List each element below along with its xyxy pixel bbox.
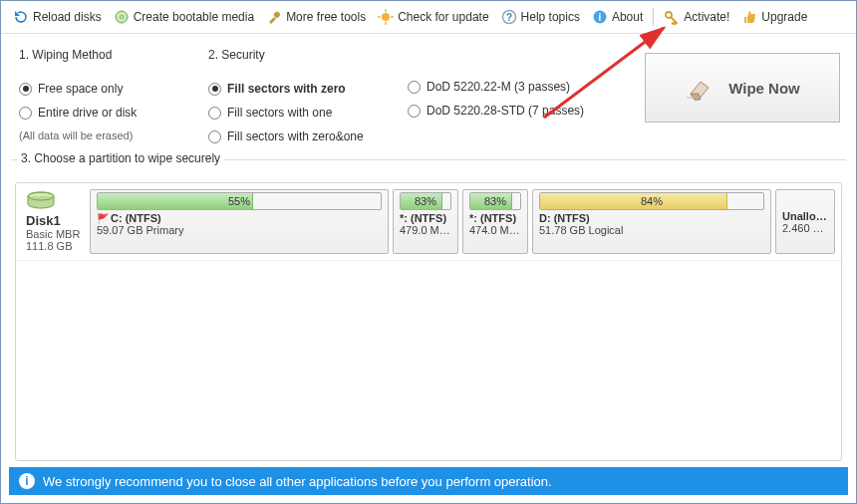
choose-partition-section: 3. Choose a partition to wipe securely (11, 159, 846, 178)
disk-row: Disk1 Basic MBR 111.8 GB 55%🚩C: (NTFS)59… (16, 183, 841, 261)
radio-icon (19, 107, 32, 120)
flag-icon: 🚩 (97, 213, 109, 224)
more-tools-button[interactable]: More free tools (262, 7, 370, 27)
radio-icon (208, 107, 221, 120)
radio-fill-zero[interactable]: Fill sectors with zero (208, 82, 398, 96)
wiping-note: (All data will be erased) (19, 129, 198, 141)
partition[interactable]: 83%*: (NTFS)474.0 MB P. (462, 189, 528, 254)
disk-size: 111.8 GB (26, 240, 82, 252)
toolbar-label: About (612, 10, 643, 24)
toolbar-label: More free tools (286, 10, 366, 24)
toolbar-separator (653, 8, 654, 26)
radio-dod-m[interactable]: DoD 5220.22-M (3 passes) (408, 80, 607, 94)
partition-subtitle: 51.78 GB Logical (539, 224, 764, 236)
radio-fill-zero-one[interactable]: Fill sectors with zero&one (208, 129, 398, 143)
radio-label: Fill sectors with zero (227, 82, 346, 96)
toolbar-label: Create bootable media (134, 10, 254, 24)
section-security-title: 2. Security (208, 48, 398, 62)
usage-bar: 83% (469, 192, 521, 210)
info-circle-icon: i (19, 473, 35, 489)
svg-point-2 (382, 13, 390, 21)
partition-subtitle: 474.0 MB P. (469, 224, 521, 236)
radio-icon (408, 105, 421, 118)
radio-label: DoD 5220.22-M (3 passes) (427, 80, 570, 94)
partition-title: Unalloca.. (782, 210, 828, 222)
key-icon (664, 9, 680, 25)
radio-icon (208, 83, 221, 96)
partition[interactable]: Unalloca..2.460 MB (775, 189, 835, 254)
partition-title: D: (NTFS) (539, 212, 764, 224)
disc-icon (114, 9, 130, 25)
help-icon: ? (501, 9, 517, 25)
radio-label: Free space only (38, 82, 123, 96)
check-update-button[interactable]: Check for update (374, 7, 492, 27)
partition[interactable]: 55%🚩C: (NTFS)59.07 GB Primary (90, 189, 389, 254)
partition[interactable]: 84%D: (NTFS)51.78 GB Logical (532, 189, 771, 254)
radio-icon (208, 130, 221, 143)
radio-icon (408, 81, 421, 94)
upgrade-button[interactable]: Upgrade (737, 7, 811, 27)
thumbs-up-icon (741, 9, 757, 25)
toolbar-label: Help topics (521, 10, 580, 24)
svg-point-1 (120, 16, 123, 19)
about-button[interactable]: i About (588, 7, 647, 27)
usage-percent: 84% (540, 193, 763, 209)
toolbar-label: Upgrade (761, 10, 807, 24)
help-button[interactable]: ? Help topics (497, 7, 584, 27)
usage-percent: 83% (401, 193, 450, 209)
toolbar-label: Check for update (398, 10, 488, 24)
partition[interactable]: 83%*: (NTFS)479.0 MB P. (393, 189, 458, 254)
radio-label: Fill sectors with zero&one (227, 129, 364, 143)
eraser-icon (685, 74, 714, 102)
radio-label: DoD 5220.28-STD (7 passes) (427, 104, 584, 118)
section-wiping-title: 1. Wiping Method (19, 48, 198, 62)
disk-type: Basic MBR (26, 228, 82, 240)
wipe-now-button[interactable]: Wipe Now (645, 53, 840, 123)
svg-text:i: i (599, 12, 602, 23)
reload-disks-button[interactable]: Reload disks (9, 7, 106, 27)
sun-icon (378, 9, 394, 25)
radio-free-space-only[interactable]: Free space only (19, 82, 198, 96)
radio-entire-drive[interactable]: Entire drive or disk (19, 106, 198, 120)
info-icon: i (592, 9, 608, 25)
radio-fill-one[interactable]: Fill sectors with one (208, 106, 398, 120)
toolbar-label: Activate! (684, 10, 729, 24)
recommendation-text: We strongly recommend you to close all o… (43, 474, 552, 489)
usage-bar: 83% (400, 192, 451, 210)
partition-title: 🚩C: (NTFS) (97, 212, 382, 224)
disk-name: Disk1 (26, 213, 82, 228)
radio-dod-std[interactable]: DoD 5220.28-STD (7 passes) (408, 104, 607, 118)
partition-subtitle: 59.07 GB Primary (97, 224, 382, 236)
usage-bar: 55% (97, 192, 382, 210)
radio-icon (19, 83, 32, 96)
reload-icon (13, 9, 29, 25)
usage-bar: 84% (539, 192, 764, 210)
disk-icon (26, 191, 56, 211)
usage-percent: 55% (98, 193, 381, 209)
toolbar: Reload disks Create bootable media More … (1, 1, 856, 34)
wipe-now-label: Wipe Now (728, 80, 800, 97)
create-bootable-button[interactable]: Create bootable media (110, 7, 258, 27)
partition-subtitle: 479.0 MB P. (400, 224, 451, 236)
svg-text:?: ? (506, 12, 512, 23)
section-choose-title: 3. Choose a partition to wipe securely (17, 151, 224, 165)
radio-label: Entire drive or disk (38, 106, 137, 120)
partition-title: *: (NTFS) (469, 212, 521, 224)
activate-button[interactable]: Activate! (660, 7, 733, 27)
partition-subtitle: 2.460 MB (782, 222, 828, 234)
disk-list: Disk1 Basic MBR 111.8 GB 55%🚩C: (NTFS)59… (15, 182, 842, 461)
tools-icon (266, 9, 282, 25)
toolbar-label: Reload disks (33, 10, 102, 24)
usage-percent: 83% (470, 193, 520, 209)
partition-title: *: (NTFS) (400, 212, 451, 224)
disk-info[interactable]: Disk1 Basic MBR 111.8 GB (22, 189, 86, 254)
radio-label: Fill sectors with one (227, 106, 332, 120)
recommendation-bar: i We strongly recommend you to close all… (9, 467, 848, 495)
